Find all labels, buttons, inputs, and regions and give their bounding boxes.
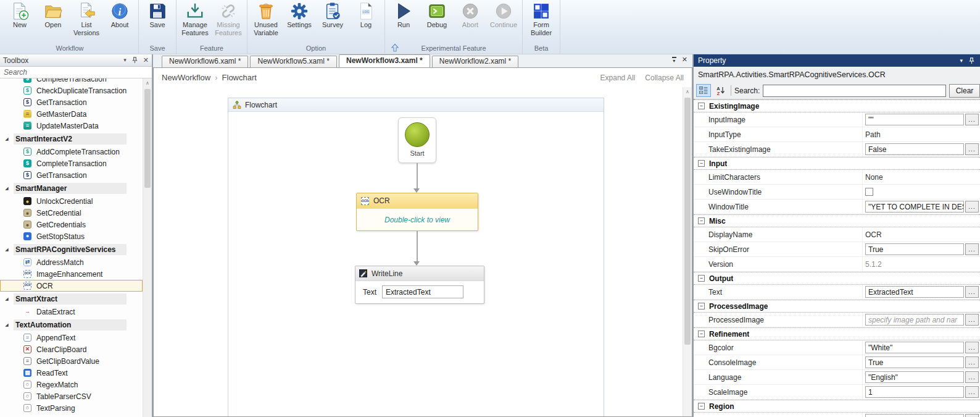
toolbox-item[interactable]: UnlockCredential [0, 195, 143, 207]
toolbox-item[interactable]: ◢ SmartXtract [0, 292, 143, 305]
property-value-editor[interactable]: True [865, 243, 964, 255]
continue-button[interactable]: Continue [487, 1, 520, 29]
toolbox-item[interactable]: ● GetStopStatus [0, 230, 143, 242]
expander-icon[interactable]: ◢ [0, 137, 14, 141]
expand-all-link[interactable]: Expand All [600, 74, 636, 82]
toolbox-item[interactable]: ✕ ClearClipBoard [0, 343, 143, 355]
collapse-all-link[interactable]: Collapse All [645, 74, 684, 82]
writeline-activity-header[interactable]: WriteLine [355, 266, 484, 281]
breadcrumb-root[interactable]: NewWorkflow [162, 73, 210, 82]
ocr-activity-header[interactable]: OCR OCR [357, 193, 478, 208]
toolbox-item[interactable]: ◢ SmartManager [0, 182, 143, 195]
expander-icon[interactable]: ◢ [0, 322, 14, 327]
debug-button[interactable]: Debug [420, 1, 454, 29]
scrollbar-thumb[interactable] [684, 98, 691, 345]
new-button[interactable]: New [3, 1, 36, 29]
collapse-category-icon[interactable]: − [698, 103, 705, 109]
toolbox-item[interactable]: SetCredential [0, 207, 143, 219]
flowchart-container[interactable]: Flowchart Start OCR OCR [228, 98, 604, 416]
ellipsis-button[interactable]: ... [965, 314, 979, 326]
ellipsis-button[interactable]: ... [965, 371, 979, 383]
toolbox-item[interactable]: GetCredentials [0, 219, 143, 230]
collapse-category-icon[interactable]: − [698, 217, 705, 224]
toolbox-search-input[interactable] [0, 67, 152, 78]
property-value-editor[interactable]: "YET TO COMPLETE IN DES [865, 201, 964, 213]
abort-button[interactable]: Abort [454, 1, 487, 29]
expander-icon[interactable]: ◢ [0, 247, 14, 252]
list-versions-button[interactable]: List Versions [70, 1, 103, 36]
canvas-scrollbar[interactable]: ∧ [683, 87, 692, 416]
toolbox-item[interactable]: ○ TableParserCSV [0, 390, 143, 402]
ellipsis-button[interactable]: ... [965, 356, 979, 368]
property-value-editor[interactable]: "" [865, 114, 964, 125]
checkbox[interactable] [865, 188, 873, 196]
toolbox-scrollbar[interactable]: ∧ [143, 78, 152, 417]
upload-arrow-icon[interactable] [390, 43, 400, 53]
toolbox-item[interactable]: ○ TextParsing [0, 402, 143, 414]
form-builder-button[interactable]: Form Builder [525, 1, 558, 36]
alphabetical-sort-button[interactable]: AZ [714, 84, 728, 97]
ellipsis-button[interactable]: ... [965, 286, 979, 298]
toolbox-item[interactable]: $ CompleteTransaction [0, 158, 143, 169]
ocr-activity-node[interactable]: OCR OCR Double-click to view [356, 193, 478, 231]
property-search-input[interactable] [763, 85, 946, 97]
close-icon[interactable]: ✕ [143, 57, 149, 64]
document-tab[interactable]: NewWorkflow2.xaml * [432, 56, 518, 67]
toolbox-item[interactable]: OCR ImageEnhancement [0, 268, 143, 280]
scroll-up-icon[interactable]: ∧ [683, 87, 692, 96]
close-tab-icon[interactable]: ✕ [682, 56, 687, 63]
toolbox-item[interactable]: → DataExtract [0, 306, 143, 318]
property-value-editor[interactable]: True [865, 356, 964, 368]
start-node[interactable]: Start [398, 117, 436, 163]
toolbox-item[interactable]: $ CheckDuplicateTransaction [0, 85, 143, 96]
collapse-category-icon[interactable]: − [698, 160, 705, 167]
property-value-editor[interactable]: "White" [865, 342, 964, 353]
toolbox-item[interactable]: ○ RegexMatch [0, 379, 143, 390]
property-value-editor[interactable]: "English" [865, 371, 964, 383]
flowchart-header[interactable]: Flowchart [228, 98, 604, 112]
toolbox-item[interactable]: $ GetTransaction [0, 96, 143, 108]
toolbox-item[interactable]: $ GetTransaction [0, 169, 143, 181]
open-button[interactable]: Open [36, 1, 70, 29]
categorized-view-button[interactable] [696, 84, 711, 97]
clear-button[interactable]: Clear [949, 84, 980, 98]
property-value-editor[interactable]: False [865, 143, 964, 155]
collapse-category-icon[interactable]: − [698, 275, 705, 282]
toolbox-item[interactable]: ⇄ AddressMatch [0, 256, 143, 268]
toolbox-item[interactable]: ◢ SmartInteractV2 [0, 132, 143, 145]
scroll-up-icon[interactable]: ∧ [143, 78, 152, 88]
writeline-text-input[interactable] [382, 285, 463, 298]
log-button[interactable]: LOG Log [349, 1, 383, 29]
tab-list-menu-icon[interactable]: ▼ [672, 57, 676, 63]
save-button[interactable]: Save [141, 1, 174, 29]
toolbox-item[interactable]: ▤ ReadText [0, 367, 143, 379]
manage-features-button[interactable]: Manage Features [178, 1, 212, 36]
pin-icon[interactable] [131, 56, 139, 64]
property-value-editor[interactable]: ExtractedText [865, 286, 964, 298]
writeline-activity-node[interactable]: WriteLine Text [355, 266, 484, 304]
pin-icon[interactable] [968, 57, 976, 65]
chevron-down-icon[interactable]: ▾ [123, 57, 127, 63]
document-tab[interactable]: NewWorkflow5.xaml * [250, 56, 336, 67]
breadcrumb-current[interactable]: Flowchart [222, 73, 257, 82]
collapse-category-icon[interactable]: − [698, 303, 705, 310]
about-button[interactable]: i About [103, 1, 136, 29]
toolbox-item[interactable]: ≡ AppendText [0, 332, 143, 343]
flowchart-canvas[interactable]: Flowchart Start OCR OCR [154, 87, 692, 416]
ellipsis-button[interactable]: ... [965, 114, 979, 125]
toolbox-item[interactable]: ≡ GetClipBoardValue [0, 355, 143, 367]
ellipsis-button[interactable]: ... [965, 414, 979, 417]
collapse-category-icon[interactable]: − [698, 331, 705, 337]
expander-icon[interactable]: ◢ [0, 297, 14, 301]
ellipsis-button[interactable]: ... [965, 143, 979, 155]
survey-button[interactable]: Survey [316, 1, 349, 29]
document-tab[interactable]: NewWorkflow6.xaml * [162, 56, 248, 67]
run-button[interactable]: Run [387, 1, 420, 29]
document-tab[interactable]: NewWorkflow3.xaml * [339, 54, 430, 67]
toolbox-item[interactable]: ◢ SmartRPACognitiveServices [0, 243, 143, 256]
property-value-editor[interactable]: 1 [865, 386, 964, 398]
toolbox-item[interactable]: $ AddCompleteTransaction [0, 146, 143, 158]
missing-features-button[interactable]: Missing Features [212, 1, 245, 36]
toolbox-item[interactable]: $ CompleteTransaction [0, 78, 143, 85]
ellipsis-button[interactable]: ... [965, 243, 979, 255]
